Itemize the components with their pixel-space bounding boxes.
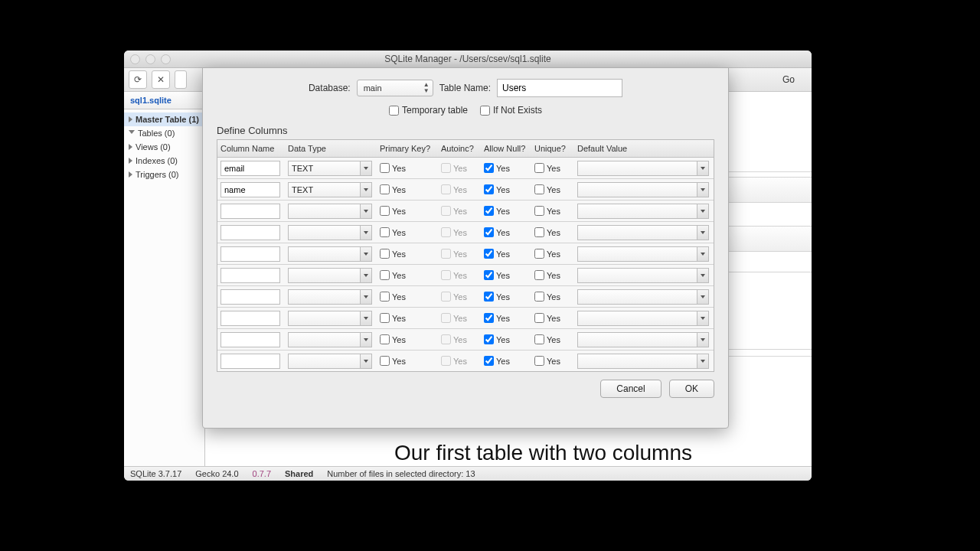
data-type-select[interactable] xyxy=(288,204,372,219)
default-value-select[interactable] xyxy=(577,289,709,305)
column-name-input[interactable] xyxy=(220,289,280,305)
allownull-checkbox[interactable]: Yes xyxy=(484,292,528,302)
tree-item-triggers[interactable]: Triggers (0) xyxy=(124,168,204,181)
unique-checkbox[interactable]: Yes xyxy=(534,163,571,173)
go-button[interactable]: Go xyxy=(776,71,801,88)
autoinc-checkbox: Yes xyxy=(441,184,478,194)
column-name-input[interactable] xyxy=(220,311,280,326)
tree-item-indexes[interactable]: Indexes (0) xyxy=(124,154,204,168)
allownull-checkbox[interactable]: Yes xyxy=(484,227,528,237)
column-name-input[interactable] xyxy=(220,332,280,347)
allownull-checkbox[interactable]: Yes xyxy=(484,313,528,323)
default-value-select[interactable] xyxy=(577,182,709,197)
chevron-down-icon xyxy=(129,130,135,137)
pk-checkbox[interactable]: Yes xyxy=(380,227,435,237)
data-type-select[interactable] xyxy=(288,332,372,347)
cancel-button[interactable]: Cancel xyxy=(600,380,661,398)
data-type-select[interactable] xyxy=(288,225,372,240)
default-value-select[interactable] xyxy=(577,332,709,347)
default-value-select[interactable] xyxy=(577,354,709,369)
tree-item-views[interactable]: Views (0) xyxy=(124,140,204,154)
default-value-select[interactable] xyxy=(577,268,709,283)
column-name-input[interactable] xyxy=(220,268,280,283)
data-type-select[interactable] xyxy=(288,289,372,305)
column-name-input[interactable] xyxy=(220,182,280,197)
chevron-down-icon xyxy=(697,226,708,240)
unique-checkbox[interactable]: Yes xyxy=(534,184,571,194)
database-select[interactable]: main ▲▼ xyxy=(357,80,433,96)
tree-item-tables[interactable]: Tables (0) xyxy=(124,126,204,140)
unique-checkbox[interactable]: Yes xyxy=(534,206,571,216)
default-value-select[interactable] xyxy=(577,161,709,176)
column-name-input[interactable] xyxy=(220,161,280,176)
chevron-down-icon xyxy=(697,290,708,304)
unique-checkbox[interactable]: Yes xyxy=(534,227,571,237)
autoinc-checkbox: Yes xyxy=(441,163,478,173)
allownull-checkbox[interactable]: Yes xyxy=(484,163,528,173)
autoinc-checkbox: Yes xyxy=(441,313,478,323)
unique-checkbox[interactable]: Yes xyxy=(534,313,571,323)
allownull-checkbox[interactable]: Yes xyxy=(484,184,528,194)
pk-checkbox[interactable]: Yes xyxy=(380,249,435,259)
autoinc-checkbox: Yes xyxy=(441,206,478,216)
default-value-select[interactable] xyxy=(577,311,709,326)
header-uq: Unique? xyxy=(531,144,574,153)
data-type-select[interactable] xyxy=(288,268,372,283)
data-type-select[interactable] xyxy=(288,246,372,262)
column-name-input[interactable] xyxy=(220,204,280,219)
status-mode: Shared xyxy=(285,469,313,478)
pk-checkbox[interactable]: Yes xyxy=(380,206,435,216)
unique-checkbox[interactable]: Yes xyxy=(534,270,571,280)
allownull-checkbox[interactable]: Yes xyxy=(484,270,528,280)
pk-checkbox[interactable]: Yes xyxy=(380,313,435,323)
table-name-label: Table Name: xyxy=(439,83,491,93)
database-label: Database: xyxy=(309,83,351,93)
chevron-down-icon xyxy=(697,333,708,347)
tools-button[interactable]: ✕ xyxy=(152,70,170,89)
db-tab[interactable]: sql1.sqlite xyxy=(124,92,204,109)
pk-checkbox[interactable]: Yes xyxy=(380,292,435,302)
data-type-select[interactable] xyxy=(288,311,372,326)
pk-checkbox[interactable]: Yes xyxy=(380,163,435,173)
chevron-down-icon xyxy=(697,183,708,197)
unique-checkbox[interactable]: Yes xyxy=(534,356,571,366)
chevron-down-icon xyxy=(697,247,708,261)
new-button[interactable] xyxy=(175,70,187,89)
pk-checkbox[interactable]: Yes xyxy=(380,270,435,280)
slide-caption: Our first table with two columns xyxy=(394,441,692,465)
allownull-checkbox[interactable]: Yes xyxy=(484,334,528,344)
unique-checkbox[interactable]: Yes xyxy=(534,334,571,344)
autoinc-checkbox: Yes xyxy=(441,334,478,344)
column-name-input[interactable] xyxy=(220,225,280,240)
grid-header: Column Name Data Type Primary Key? Autoi… xyxy=(217,140,714,158)
pk-checkbox[interactable]: Yes xyxy=(380,184,435,194)
ok-button[interactable]: OK xyxy=(669,380,714,398)
temporary-checkbox[interactable]: Temporary table xyxy=(389,105,468,116)
tree-item-master[interactable]: Master Table (1) xyxy=(124,112,204,126)
allownull-checkbox[interactable]: Yes xyxy=(484,206,528,216)
table-name-input[interactable] xyxy=(497,79,622,97)
define-columns-title: Define Columns xyxy=(203,119,728,139)
refresh-button[interactable]: ⟳ xyxy=(129,70,147,89)
unique-checkbox[interactable]: Yes xyxy=(534,249,571,259)
header-an: Allow Null? xyxy=(481,144,531,153)
data-type-select[interactable] xyxy=(288,354,372,369)
chevron-right-icon xyxy=(129,144,132,150)
pk-checkbox[interactable]: Yes xyxy=(380,334,435,344)
chevron-down-icon xyxy=(360,311,371,325)
allownull-checkbox[interactable]: Yes xyxy=(484,356,528,366)
autoinc-checkbox: Yes xyxy=(441,270,478,280)
column-name-input[interactable] xyxy=(220,246,280,262)
default-value-select[interactable] xyxy=(577,204,709,219)
unique-checkbox[interactable]: Yes xyxy=(534,292,571,302)
data-type-select[interactable]: TEXT xyxy=(288,161,372,176)
default-value-select[interactable] xyxy=(577,246,709,262)
chevron-down-icon xyxy=(360,204,371,218)
default-value-select[interactable] xyxy=(577,225,709,240)
allownull-checkbox[interactable]: Yes xyxy=(484,249,528,259)
column-name-input[interactable] xyxy=(220,354,280,369)
chevron-down-icon xyxy=(360,183,371,197)
pk-checkbox[interactable]: Yes xyxy=(380,356,435,366)
data-type-select[interactable]: TEXT xyxy=(288,182,372,197)
ifnotexists-checkbox[interactable]: If Not Exists xyxy=(480,105,542,116)
